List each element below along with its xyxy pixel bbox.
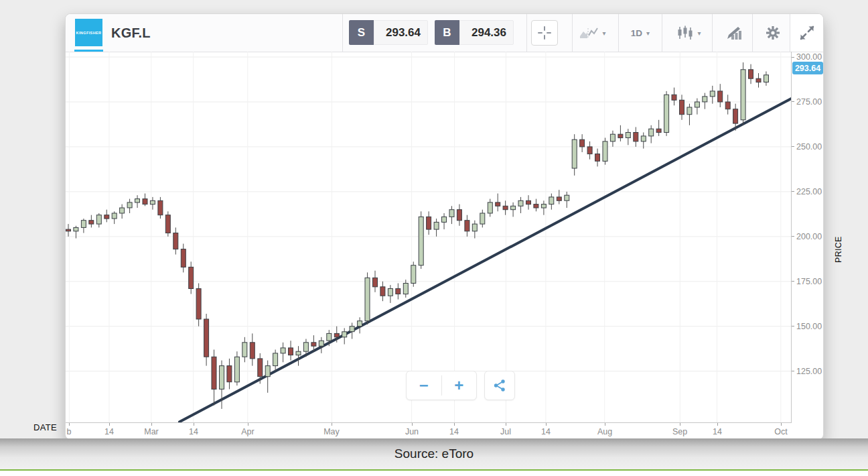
zoom-in-button[interactable]: + — [442, 371, 477, 400]
candle — [518, 197, 523, 213]
date-tick: Aug — [597, 427, 612, 436]
candle — [234, 351, 239, 385]
toolbar-divider — [662, 14, 662, 52]
chevron-down-icon: ▾ — [646, 29, 650, 37]
date-tick: Mar — [144, 427, 159, 436]
date-tickmark — [506, 423, 506, 426]
candle — [549, 194, 554, 210]
price-tick: 250.00 — [792, 141, 822, 152]
price-axis[interactable]: 300.00275.00250.00225.00200.00175.00150.… — [791, 52, 823, 423]
price-tick: 225.00 — [792, 186, 822, 197]
candle — [541, 200, 546, 215]
candle — [656, 120, 661, 136]
candle — [373, 271, 378, 292]
candle — [610, 131, 615, 147]
candlestick-chart[interactable] — [66, 52, 791, 422]
candle — [81, 219, 86, 233]
candle — [296, 346, 301, 365]
date-axis[interactable]: b14Mar14AprMayJun14Jul14AugSep14Oct — [66, 422, 792, 439]
date-tickmark — [69, 423, 70, 426]
date-tick: Jul — [500, 427, 511, 436]
date-tick: 14 — [104, 427, 114, 436]
kingfisher-logo[interactable]: KINGFISHER — [75, 19, 102, 46]
candle — [196, 284, 201, 326]
toolbar-divider — [752, 14, 753, 52]
date-tickmark — [109, 423, 110, 426]
candle — [580, 134, 585, 152]
share-button[interactable] — [484, 371, 515, 400]
candle — [725, 95, 730, 114]
candle — [557, 190, 561, 204]
compare-charts-button[interactable]: ▾ — [573, 14, 612, 52]
crosshair-button[interactable] — [531, 20, 558, 46]
sell-button[interactable]: S — [349, 20, 374, 45]
date-tickmark — [151, 423, 152, 426]
x-axis-title: DATE — [33, 422, 57, 432]
candle — [687, 104, 692, 125]
buy-button[interactable]: B — [435, 20, 459, 45]
date-tick: May — [323, 427, 340, 436]
toolbar-divider — [618, 14, 619, 52]
price-tick: 275.00 — [792, 97, 822, 107]
candle — [634, 127, 638, 147]
price-tick: 300.00 — [792, 52, 822, 62]
timeframe-label: 1D — [631, 28, 642, 38]
candle — [511, 202, 516, 217]
candle — [66, 224, 71, 237]
candle — [565, 192, 569, 208]
candle — [96, 213, 101, 227]
symbol-title: KGF.L — [111, 14, 151, 52]
date-tick: Jun — [405, 427, 419, 436]
candle — [350, 322, 354, 339]
price-tick: 125.00 — [792, 366, 822, 377]
buy-price[interactable]: 294.36 — [459, 20, 514, 45]
candle — [427, 211, 431, 235]
settings-button[interactable] — [761, 14, 785, 52]
chart-card: KINGFISHER KGF.L S 293.64 B 294.36 — [65, 13, 824, 440]
page: KINGFISHER KGF.L S 293.64 B 294.36 — [0, 0, 868, 476]
toolbar-divider — [526, 14, 527, 52]
source-attribution: Source: eToro — [394, 447, 474, 461]
chart-type-dropdown[interactable]: ▾ — [670, 14, 708, 52]
candle — [457, 204, 461, 226]
candle — [380, 282, 385, 301]
candle — [626, 129, 630, 145]
candle — [388, 285, 392, 303]
chevron-down-icon: ▾ — [602, 29, 605, 37]
candle — [273, 350, 278, 371]
candle — [434, 219, 439, 237]
fullscreen-button[interactable] — [790, 14, 823, 52]
timeframe-dropdown[interactable]: 1D ▾ — [624, 14, 657, 52]
zoom-out-button[interactable]: − — [407, 371, 441, 400]
draw-indicator-button[interactable] — [721, 14, 747, 52]
date-tick: 14 — [713, 427, 722, 436]
candle — [442, 213, 447, 229]
candle — [603, 138, 607, 165]
candle — [319, 337, 323, 353]
candle — [534, 199, 538, 212]
toolbar-divider — [342, 14, 343, 52]
date-tick: 14 — [449, 427, 459, 436]
candle — [618, 125, 623, 141]
sell-price[interactable]: 293.64 — [374, 20, 428, 45]
chart-toolbar: KINGFISHER KGF.L S 293.64 B 294.36 — [66, 14, 823, 52]
candle — [342, 328, 347, 344]
draw-indicator-icon — [726, 25, 742, 40]
date-tickmark — [605, 423, 605, 426]
toolbar-divider — [572, 14, 573, 52]
candle — [127, 199, 132, 213]
candle — [572, 134, 577, 176]
candlestick-type-icon — [677, 25, 693, 40]
current-price-badge: 293.64 — [792, 62, 823, 74]
zoom-controls: − + — [406, 371, 477, 400]
candle — [672, 88, 676, 106]
date-tickmark — [680, 423, 680, 426]
candle — [503, 200, 508, 215]
candle — [595, 149, 600, 167]
candle — [189, 261, 194, 294]
candle — [396, 284, 401, 300]
candle — [212, 350, 216, 406]
candle — [411, 261, 416, 287]
candle — [764, 72, 769, 86]
date-tickmark — [332, 423, 332, 426]
